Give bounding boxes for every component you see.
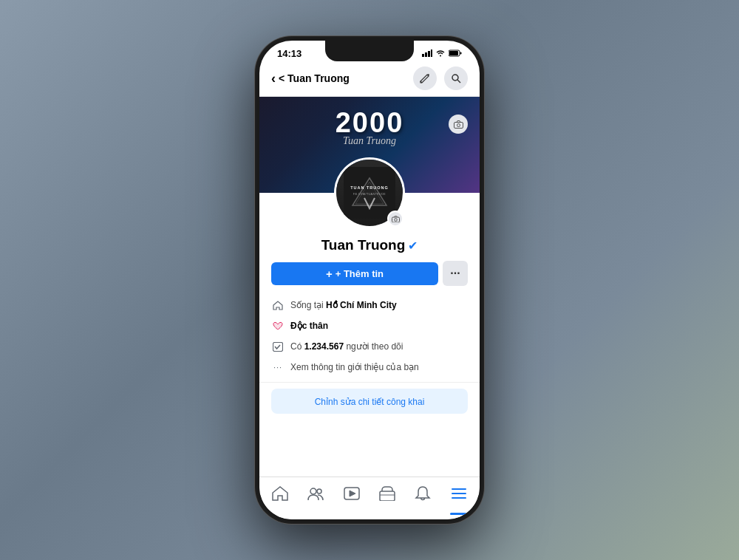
followers-icon: [271, 340, 285, 353]
svg-rect-6: [449, 51, 458, 55]
svg-rect-1: [425, 52, 427, 57]
home-nav-icon: [272, 486, 288, 505]
watch-nav-icon: [344, 486, 360, 505]
phone-screen: 14:13: [259, 41, 480, 519]
svg-point-20: [310, 488, 316, 494]
nav-title: < Tuan Truong: [279, 72, 350, 84]
avatar-camera-icon: [392, 216, 400, 222]
nav-tab-notifications[interactable]: [405, 477, 440, 513]
battery-icon: [449, 49, 462, 58]
cover-signature: Tuan Truong: [343, 135, 396, 147]
nav-tab-marketplace[interactable]: [370, 477, 405, 513]
nav-back[interactable]: ‹ < Tuan Truong: [271, 71, 350, 86]
add-info-label: + Thêm tin: [336, 268, 384, 279]
svg-point-8: [452, 75, 458, 81]
verified-badge: ✔: [408, 239, 418, 253]
more-info-icon: ···: [271, 361, 285, 374]
svg-line-9: [457, 80, 460, 83]
edit-public-button[interactable]: Chỉnh sửa chi tiết công khai: [315, 397, 425, 407]
signal-icon: [422, 49, 432, 58]
nav-header: ‹ < Tuan Truong: [259, 62, 480, 97]
menu-nav-icon: [451, 486, 467, 505]
nav-actions: [413, 66, 468, 90]
avatar-wrapper: TUAN TRUONG FB.COM/TUANTRUOE: [334, 157, 405, 228]
status-icons: [422, 49, 462, 58]
nav-tab-friends[interactable]: [298, 477, 333, 513]
friends-nav-icon: [307, 486, 324, 505]
nav-tab-watch[interactable]: [334, 477, 370, 513]
profile-name: Tuan Truong: [321, 237, 406, 253]
avatar-logo-svg: TUAN TRUONG FB.COM/TUANTRUOE: [344, 167, 395, 219]
svg-text:FB.COM/TUANTRUOE: FB.COM/TUANTRUOE: [353, 193, 386, 196]
profile-info: Tuan Truong ✔: [259, 228, 480, 253]
svg-point-4: [440, 55, 441, 56]
svg-rect-24: [380, 491, 395, 501]
phone-outer: 14:13: [255, 36, 484, 524]
more-dots-icon: ···: [450, 267, 460, 280]
home-icon: [271, 298, 285, 312]
search-button[interactable]: [444, 66, 468, 90]
back-chevron: ‹: [271, 71, 276, 86]
relationship-text: Độc thân: [290, 321, 328, 331]
house-icon: [273, 301, 283, 310]
search-icon: [451, 73, 461, 83]
list-item: Có 1.234.567 người theo dõi: [271, 336, 468, 357]
profile-name-row: Tuan Truong ✔: [271, 237, 468, 253]
add-info-button[interactable]: + + Thêm tin: [271, 262, 438, 285]
list-item: Độc thân: [271, 315, 468, 336]
edit-button[interactable]: [413, 66, 437, 90]
bio-text: Xem thông tin giới thiệu của bạn: [290, 362, 419, 372]
list-item: Sống tại Hồ Chí Minh City: [271, 295, 468, 315]
list-item: ··· Xem thông tin giới thiệu của bạn: [271, 357, 468, 378]
status-time: 14:13: [277, 48, 302, 59]
cover-title: 2000: [336, 107, 404, 139]
svg-rect-17: [392, 217, 399, 222]
svg-marker-23: [350, 491, 355, 496]
svg-rect-0: [422, 54, 424, 57]
nav-tab-home[interactable]: [262, 477, 298, 513]
edit-public-section: Chỉnh sửa chi tiết công khai: [271, 389, 468, 414]
svg-rect-7: [460, 52, 462, 54]
more-button[interactable]: ···: [443, 261, 468, 286]
avatar-section: TUAN TRUONG FB.COM/TUANTRUOE: [259, 157, 480, 228]
notifications-nav-icon: [415, 485, 431, 505]
svg-point-18: [394, 218, 397, 221]
marketplace-nav-icon: [379, 486, 395, 505]
followers-text: Có 1.234.567 người theo dõi: [290, 341, 403, 352]
nav-tab-menu[interactable]: [441, 477, 477, 513]
svg-point-21: [317, 489, 321, 494]
wifi-icon: [435, 49, 446, 58]
svg-point-11: [457, 123, 460, 126]
svg-rect-2: [428, 51, 430, 57]
check-icon: [273, 342, 283, 352]
heart-icon: [271, 319, 285, 332]
edit-icon: [420, 73, 430, 83]
svg-rect-3: [431, 49, 432, 57]
cover-camera-icon[interactable]: [449, 115, 468, 134]
location-text: Sống tại Hồ Chí Minh City: [290, 300, 397, 310]
avatar-camera-button[interactable]: [387, 211, 403, 227]
svg-text:TUAN TRUONG: TUAN TRUONG: [350, 185, 389, 190]
relationship-icon: [273, 321, 283, 331]
phone-wrapper: 14:13: [255, 36, 484, 524]
action-row: + + Thêm tin ···: [259, 253, 480, 292]
camera-icon: [454, 120, 463, 129]
info-list: Sống tại Hồ Chí Minh City Độc thân: [259, 292, 480, 383]
bottom-nav: [259, 477, 480, 519]
add-info-plus-icon: +: [326, 267, 333, 280]
svg-rect-10: [454, 122, 463, 128]
notch: [325, 41, 414, 61]
